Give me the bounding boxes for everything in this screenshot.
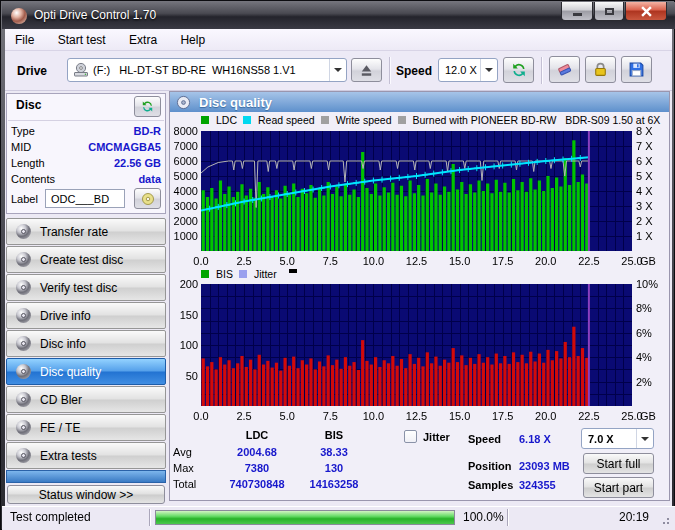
disc-label-input[interactable]: ODC___BD bbox=[45, 189, 125, 208]
test-speed-select[interactable]: 7.0 X bbox=[581, 428, 654, 449]
legend-label-write-speed: Write speed bbox=[336, 114, 392, 126]
legend-swatch-read-speed bbox=[243, 116, 251, 124]
cd-icon bbox=[16, 280, 31, 295]
title-bar[interactable]: Opti Drive Control 1.70 bbox=[2, 2, 675, 29]
toolbar-separator bbox=[389, 57, 391, 84]
cd-icon bbox=[16, 252, 31, 267]
sidebar-item-cd-bler[interactable]: CD Bler bbox=[6, 386, 166, 413]
maximize-icon bbox=[605, 8, 614, 15]
sidebar-item-label: Extra tests bbox=[40, 449, 97, 463]
disc-contents-value: data bbox=[21, 173, 161, 185]
refresh-icon bbox=[141, 100, 154, 113]
jitter-checkbox[interactable] bbox=[404, 430, 417, 443]
app-window: Opti Drive Control 1.70 File Start test … bbox=[0, 0, 675, 530]
menu-start-test[interactable]: Start test bbox=[48, 29, 116, 51]
sidebar-item-transfer-rate[interactable]: Transfer rate bbox=[6, 218, 166, 245]
close-icon bbox=[641, 6, 652, 17]
results-max-ldc: 7380 bbox=[197, 462, 317, 474]
position-value: 23093 MB bbox=[519, 460, 570, 472]
resize-grip[interactable] bbox=[667, 522, 669, 524]
sidebar-item-label: Disc info bbox=[40, 337, 86, 351]
drive-select[interactable]: (F:) HL-DT-ST BD-RE WH16NS58 1.V1 bbox=[67, 58, 347, 82]
results-row-max-label: Max bbox=[173, 462, 194, 474]
sidebar-item-create-test-disc[interactable]: Create test disc bbox=[6, 246, 166, 273]
speed-select-value: 12.0 X bbox=[445, 64, 477, 76]
speed-select-arrow[interactable] bbox=[480, 59, 497, 81]
disc-quality-title: Disc quality bbox=[199, 95, 272, 110]
eraser-icon bbox=[556, 61, 573, 78]
sidebar-item-label: Create test disc bbox=[40, 253, 123, 267]
speed-stat-value: 6.18 X bbox=[519, 433, 551, 445]
cd-icon bbox=[16, 448, 31, 463]
legend-label-jitter: Jitter bbox=[254, 268, 277, 280]
refresh-button[interactable] bbox=[503, 57, 534, 83]
jitter-checkbox-label: Jitter bbox=[423, 431, 450, 443]
divider bbox=[8, 120, 164, 121]
minimize-button[interactable] bbox=[561, 2, 593, 21]
lock-icon bbox=[592, 61, 609, 78]
drive-icon bbox=[73, 62, 89, 78]
disc-mid-value: CMCMAGBA5 bbox=[21, 141, 161, 153]
legend-label-read-speed: Read speed bbox=[258, 114, 315, 126]
sidebar-item-label: Drive info bbox=[40, 309, 91, 323]
sidebar-item-extra-tests[interactable]: Extra tests bbox=[6, 442, 166, 469]
legend-swatch-write-speed bbox=[321, 116, 329, 124]
sidebar-item-disc-quality[interactable]: Disc quality bbox=[6, 358, 166, 385]
eject-button[interactable] bbox=[351, 58, 382, 82]
results-avg-ldc: 2004.68 bbox=[197, 446, 317, 458]
status-text: Test completed bbox=[10, 510, 91, 524]
menu-extra[interactable]: Extra bbox=[119, 29, 167, 51]
save-button[interactable] bbox=[621, 56, 652, 83]
menu-help[interactable]: Help bbox=[170, 29, 215, 51]
cd-icon bbox=[16, 364, 31, 379]
disc-length-value: 22.56 GB bbox=[21, 157, 161, 169]
speed-stat-label: Speed bbox=[468, 433, 501, 445]
cd-icon bbox=[16, 420, 31, 435]
test-speed-select-arrow[interactable] bbox=[636, 429, 653, 448]
drive-select-arrow[interactable] bbox=[329, 59, 346, 81]
ldc-speed-chart bbox=[201, 131, 632, 251]
sidebar-accent-strip bbox=[6, 470, 166, 483]
position-label: Position bbox=[468, 460, 511, 472]
results-total-bis: 14163258 bbox=[301, 478, 367, 490]
sidebar-item-verify-test-disc[interactable]: Verify test disc bbox=[6, 274, 166, 301]
refresh-icon bbox=[511, 62, 527, 78]
legend-swatch-jitter bbox=[239, 270, 247, 278]
cd-icon bbox=[141, 192, 155, 206]
sidebar-item-label: Verify test disc bbox=[40, 281, 117, 295]
statusbar-separator bbox=[507, 509, 509, 526]
disc-label-button[interactable] bbox=[134, 188, 161, 209]
status-window-button[interactable]: Status window >> bbox=[7, 485, 165, 504]
disc-label-value: ODC___BD bbox=[51, 193, 109, 205]
sidebar-item-fe-te[interactable]: FE / TE bbox=[6, 414, 166, 441]
status-window-label: Status window >> bbox=[39, 488, 134, 502]
sidebar-item-label: Disc quality bbox=[40, 365, 101, 379]
cd-icon bbox=[16, 336, 31, 351]
results-max-bis: 130 bbox=[301, 462, 367, 474]
start-part-label: Start part bbox=[594, 481, 643, 495]
elapsed-time: 20:19 bbox=[511, 510, 649, 524]
sidebar-item-label: CD Bler bbox=[40, 393, 82, 407]
bottom-chart-legend: BIS Jitter bbox=[201, 268, 297, 280]
start-full-button[interactable]: Start full bbox=[583, 453, 654, 474]
bis-jitter-chart bbox=[201, 284, 632, 406]
legend-swatch-bis bbox=[201, 270, 209, 278]
progress-bar-fill bbox=[156, 511, 454, 524]
test-speed-select-value: 7.0 X bbox=[588, 433, 614, 445]
top-chart-legend: LDC Read speed Write speed Burned with P… bbox=[201, 114, 667, 126]
erase-disc-button[interactable] bbox=[549, 56, 580, 83]
speed-select[interactable]: 12.0 X bbox=[438, 58, 498, 82]
sidebar-item-drive-info[interactable]: Drive info bbox=[6, 302, 166, 329]
menu-file[interactable]: File bbox=[5, 29, 44, 51]
start-part-button[interactable]: Start part bbox=[583, 477, 654, 498]
close-button[interactable] bbox=[625, 2, 667, 21]
disc-refresh-button[interactable] bbox=[134, 96, 161, 117]
sidebar-item-disc-info[interactable]: Disc info bbox=[6, 330, 166, 357]
eject-icon bbox=[359, 63, 374, 78]
results-avg-bis: 38.33 bbox=[301, 446, 367, 458]
save-icon bbox=[628, 61, 645, 78]
legend-label-bis: BIS bbox=[216, 268, 233, 280]
maximize-button[interactable] bbox=[594, 2, 624, 21]
lock-button[interactable] bbox=[585, 56, 616, 83]
progress-percent: 100.0% bbox=[463, 510, 504, 524]
